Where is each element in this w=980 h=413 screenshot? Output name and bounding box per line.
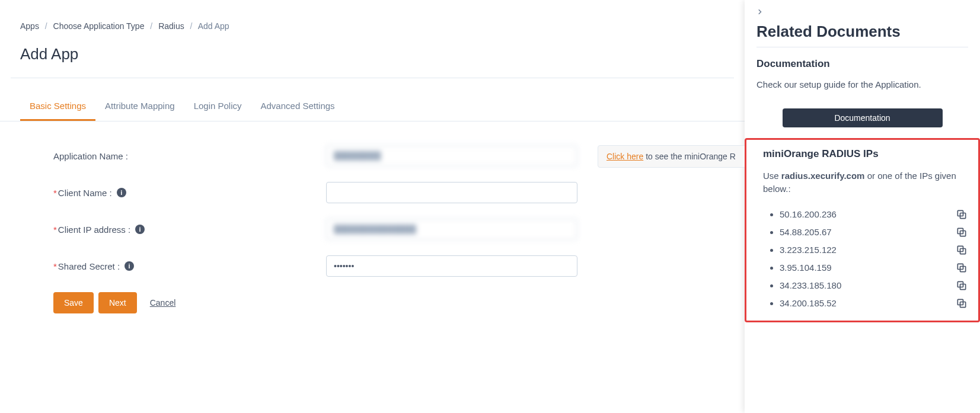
client-ip-input[interactable] [326,219,577,240]
ip-item-1: 54.88.205.67 [780,223,968,241]
ip-value: 50.16.200.236 [780,209,837,219]
copy-icon[interactable] [956,226,968,238]
info-icon[interactable]: i [135,225,145,234]
ips-instruction-text: Use radius.xecurify.com or one of the IP… [763,169,968,196]
notice-rest-text: to see the miniOrange R [643,152,736,161]
shared-secret-label-text: Shared Secret : [58,261,120,271]
info-icon[interactable]: i [125,261,134,271]
client-name-label-text: Client Name : [58,188,112,198]
breadcrumb-sep: / [190,21,193,31]
ip-item-3: 3.95.104.159 [780,259,968,277]
ips-domain: radius.xecurify.com [781,171,865,181]
tab-login-policy[interactable]: Login Policy [184,92,251,121]
form-row-client-ip: * Client IP address : i [53,219,691,240]
ips-title: miniOrange RADIUS IPs [763,148,968,160]
radius-ips-box: miniOrange RADIUS IPs Use radius.xecurif… [745,138,980,322]
breadcrumb-choose-type[interactable]: Choose Application Type [53,21,145,31]
next-button[interactable]: Next [98,292,137,313]
shared-secret-input[interactable] [326,255,577,277]
panel-title: Related Documents [756,23,968,41]
required-mark: * [53,261,57,271]
app-name-input[interactable] [326,145,577,167]
ip-value: 34.233.185.180 [780,280,841,290]
documentation-button[interactable]: Documentation [783,108,943,127]
app-name-label-text: Application Name : [53,151,128,161]
shared-secret-label: * Shared Secret : i [53,261,326,271]
breadcrumb: Apps / Choose Application Type / Radius … [0,0,745,38]
form-row-shared-secret: * Shared Secret : i [53,255,691,277]
tabs-container: Basic Settings Attribute Mapping Login P… [0,92,745,121]
breadcrumb-sep: / [150,21,152,31]
documentation-heading: Documentation [756,58,968,70]
ip-item-4: 34.233.185.180 [780,277,968,294]
required-mark: * [53,225,57,235]
copy-icon[interactable] [956,209,968,220]
ip-value: 54.88.205.67 [780,227,832,237]
panel-divider [756,47,968,47]
save-button[interactable]: Save [53,292,94,313]
info-icon[interactable]: i [117,188,126,197]
required-mark: * [53,188,57,198]
ip-list: 50.16.200.236 54.88.205.67 3.223.215.122… [763,206,968,312]
documentation-text: Check our setup guide for the Applicatio… [756,78,968,92]
ip-value: 3.95.104.159 [780,262,832,273]
copy-icon[interactable] [956,244,968,256]
ip-item-5: 34.200.185.52 [780,294,968,312]
ips-text-pre: Use [763,171,781,181]
copy-icon[interactable] [956,280,968,292]
copy-icon[interactable] [956,297,968,309]
form-area: Click here to see the miniOrange R Appli… [0,121,745,337]
page-title: Add App [0,38,745,78]
tab-advanced-settings[interactable]: Advanced Settings [251,92,344,121]
form-row-client-name: * Client Name : i [53,182,691,203]
app-name-label: Application Name : [53,151,326,161]
breadcrumb-apps[interactable]: Apps [20,21,39,31]
client-name-input[interactable] [326,182,577,203]
tab-basic-settings[interactable]: Basic Settings [20,92,95,121]
form-row-app-name: Application Name : [53,145,691,167]
client-ip-label: * Client IP address : i [53,225,326,235]
breadcrumb-sep: / [45,21,47,31]
form-buttons: Save Next Cancel [53,292,691,313]
click-here-link[interactable]: Click here [606,152,643,161]
ip-item-0: 50.16.200.236 [780,206,968,223]
breadcrumb-current: Add App [198,21,229,31]
title-divider [11,78,734,78]
copy-icon[interactable] [956,262,968,274]
panel-toggle-icon[interactable] [756,7,968,18]
ip-value: 34.200.185.52 [780,298,837,308]
client-ip-label-text: Client IP address : [58,225,130,235]
breadcrumb-radius[interactable]: Radius [158,21,184,31]
ip-value: 3.223.215.122 [780,245,837,255]
radius-info-notice: Click here to see the miniOrange R [598,145,745,168]
ip-item-2: 3.223.215.122 [780,241,968,259]
main-content-area: Apps / Choose Application Type / Radius … [0,0,745,413]
related-documents-panel: Related Documents Documentation Check ou… [745,0,980,413]
client-name-label: * Client Name : i [53,188,326,198]
cancel-button[interactable]: Cancel [142,292,184,313]
tab-attribute-mapping[interactable]: Attribute Mapping [95,92,184,121]
